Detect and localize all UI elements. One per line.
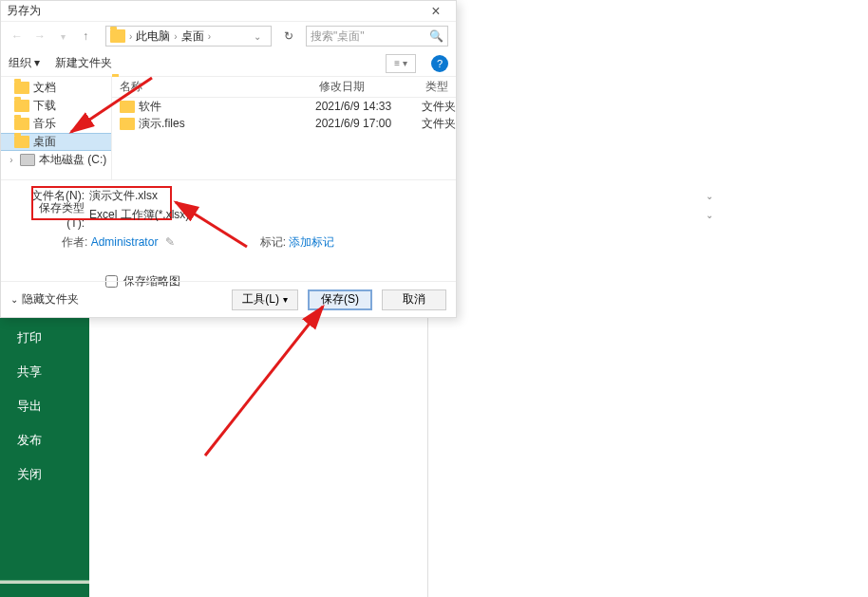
- filename-value: 演示文件.xlsx: [89, 188, 158, 204]
- breadcrumb-folder[interactable]: 桌面: [181, 28, 204, 45]
- expand-icon[interactable]: ›: [7, 155, 16, 165]
- folder-icon: [120, 118, 135, 130]
- folder-icon: [14, 100, 29, 112]
- tree-item-documents[interactable]: 文档: [1, 79, 111, 97]
- edit-icon[interactable]: ✎: [165, 235, 175, 249]
- tree-label: 音乐: [33, 116, 56, 132]
- nav-fwd-button[interactable]: →: [31, 26, 48, 47]
- help-button[interactable]: ?: [431, 55, 448, 72]
- tags-value[interactable]: 添加标记: [289, 235, 334, 249]
- folder-icon: [14, 118, 29, 130]
- file-list: 名称 修改日期 类型 软件 2021/6/9 14:33 文件夹 演示.file…: [112, 77, 456, 179]
- file-type: 文件夹: [422, 99, 456, 115]
- author-value[interactable]: Administrator: [91, 235, 159, 249]
- sidebar-item-share[interactable]: 共享: [0, 355, 89, 389]
- view-options-button[interactable]: ≡ ▾: [386, 54, 416, 73]
- folder-icon: [14, 136, 29, 148]
- tree-label: 本地磁盘 (C:): [39, 152, 106, 168]
- list-item[interactable]: 软件 2021/6/9 14:33 文件夹: [112, 98, 456, 115]
- folder-icon: [110, 29, 125, 43]
- column-date[interactable]: 修改日期: [311, 79, 418, 95]
- breadcrumb-dropdown[interactable]: ⌄: [248, 31, 267, 42]
- dialog-title: 另存为: [7, 3, 41, 19]
- file-type: 文件夹: [422, 116, 456, 132]
- filename-input[interactable]: 演示文件.xlsx ⌄: [88, 188, 444, 204]
- dialog-body: 文档 下载 音乐 桌面 › 本地磁盘 (C:) 名称 修: [1, 77, 456, 179]
- nav-back-button[interactable]: ←: [9, 26, 26, 47]
- dialog-nav-row: ← → ▾ ↑ › 此电脑 › 桌面 › ⌄ ↻ 搜索"桌面" 🔍: [1, 22, 456, 50]
- savetype-value: Excel 工作簿(*.xlsx): [89, 207, 189, 223]
- file-name: 软件: [139, 99, 315, 115]
- breadcrumb-root[interactable]: 此电脑: [136, 28, 170, 45]
- file-name: 演示.files: [139, 116, 315, 132]
- tags-label: 标记:: [260, 235, 286, 249]
- tree-item-downloads[interactable]: 下载: [1, 97, 111, 115]
- search-icon: 🔍: [429, 29, 443, 43]
- new-folder-button[interactable]: 新建文件夹: [55, 55, 112, 71]
- folder-icon: [120, 101, 135, 113]
- author-label: 作者:: [62, 235, 87, 249]
- sidebar-item-publish[interactable]: 发布: [0, 423, 89, 457]
- sidebar-item-export[interactable]: 导出: [0, 389, 89, 423]
- tree-label: 文档: [33, 80, 56, 96]
- search-input[interactable]: 搜索"桌面" 🔍: [306, 26, 448, 47]
- file-date: 2021/6/9 17:00: [315, 117, 422, 130]
- column-name[interactable]: 名称: [112, 79, 311, 95]
- chevron-down-icon[interactable]: ⌄: [706, 191, 713, 201]
- chevron-right-icon: ›: [208, 31, 211, 42]
- close-button[interactable]: ×: [422, 3, 450, 20]
- chevron-right-icon: ›: [174, 31, 177, 42]
- dialog-footer: ⌄ 隐藏文件夹 工具(L) ▾ 保存(S) 取消: [1, 281, 456, 317]
- chevron-down-icon[interactable]: ⌄: [706, 210, 713, 220]
- disk-icon: [20, 154, 35, 166]
- file-list-header: 名称 修改日期 类型: [112, 77, 456, 98]
- tools-button[interactable]: 工具(L) ▾: [232, 289, 298, 310]
- organize-button[interactable]: 组织 ▾: [9, 55, 40, 71]
- tree-item-desktop[interactable]: 桌面: [1, 133, 111, 151]
- sidebar-item-close[interactable]: 关闭: [0, 457, 89, 492]
- folder-tree: 文档 下载 音乐 桌面 › 本地磁盘 (C:): [1, 77, 112, 179]
- chevron-right-icon: ›: [129, 31, 132, 42]
- save-as-dialog: 另存为 × ← → ▾ ↑ › 此电脑 › 桌面 › ⌄ ↻ 搜索"桌面" 🔍 …: [0, 0, 457, 318]
- content-divider: [427, 318, 428, 597]
- save-button[interactable]: 保存(S): [308, 289, 372, 310]
- file-date: 2021/6/9 14:33: [315, 100, 422, 113]
- hide-folders-button[interactable]: ⌄ 隐藏文件夹: [10, 291, 79, 308]
- sidebar-item-print[interactable]: 打印: [0, 321, 89, 355]
- breadcrumb[interactable]: › 此电脑 › 桌面 › ⌄: [105, 26, 272, 47]
- nav-up-button[interactable]: ↑: [77, 26, 94, 47]
- list-item[interactable]: 演示.files 2021/6/9 17:00 文件夹: [112, 115, 456, 132]
- chevron-down-icon: ⌄: [10, 294, 18, 305]
- savetype-select[interactable]: Excel 工作簿(*.xlsx) ⌄: [88, 207, 444, 223]
- search-placeholder: 搜索"桌面": [311, 28, 365, 45]
- dialog-titlebar: 另存为 ×: [1, 1, 456, 22]
- refresh-button[interactable]: ↻: [277, 29, 300, 43]
- tree-item-disk-c[interactable]: › 本地磁盘 (C:): [1, 151, 111, 169]
- chevron-down-icon: ▾: [283, 294, 288, 305]
- sidebar-divider: [0, 580, 89, 584]
- dialog-toolbar: 组织 ▾ 新建文件夹 ≡ ▾ ?: [1, 50, 456, 77]
- savetype-label: 保存类型(T):: [31, 200, 85, 230]
- folder-icon: [14, 82, 29, 94]
- tree-label: 下载: [33, 98, 56, 114]
- tree-item-music[interactable]: 音乐: [1, 115, 111, 133]
- nav-recent-button[interactable]: ▾: [54, 26, 71, 47]
- tree-label: 桌面: [33, 134, 56, 150]
- column-type[interactable]: 类型: [418, 79, 456, 95]
- cancel-button[interactable]: 取消: [382, 289, 446, 310]
- filename-area: 文件名(N): 演示文件.xlsx ⌄ 保存类型(T): Excel 工作簿(*…: [1, 179, 456, 297]
